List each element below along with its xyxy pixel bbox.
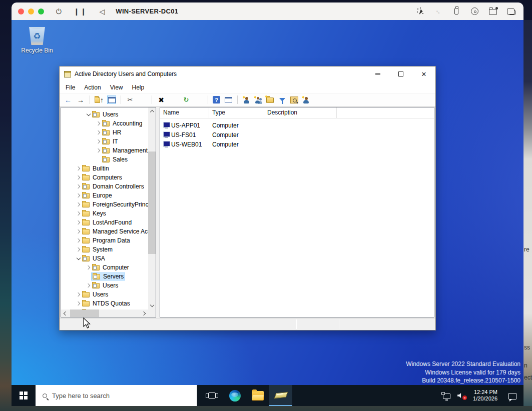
menu-view[interactable]: View	[106, 84, 128, 91]
network-icon[interactable]	[443, 394, 450, 399]
list-row-us-fs01[interactable]: US-FS01Computer	[160, 130, 434, 140]
delete-icon[interactable]: ✖	[157, 96, 166, 104]
power-icon[interactable]: ⏻	[56, 8, 62, 15]
menu-file[interactable]: File	[60, 84, 80, 91]
scroll-down-icon[interactable]	[148, 302, 156, 310]
disc-drive-icon[interactable]	[471, 8, 478, 15]
chevron-down-icon[interactable]	[75, 258, 82, 260]
zoom-window-button[interactable]	[38, 8, 44, 14]
chevron-right-icon[interactable]	[75, 293, 82, 296]
chevron-right-icon[interactable]	[95, 140, 102, 143]
send-key-icon[interactable]: ◁	[100, 8, 105, 15]
back-icon[interactable]: ←	[64, 96, 73, 104]
list-row-us-app01[interactable]: US-APP01Computer	[160, 120, 434, 130]
chevron-down-icon[interactable]	[85, 114, 92, 116]
chevron-right-icon[interactable]	[75, 212, 82, 215]
volume-muted-icon[interactable]	[457, 392, 466, 399]
aduc-taskbar-button[interactable]	[269, 385, 292, 406]
column-header-type[interactable]: Type	[209, 108, 264, 118]
tree-item-builtin[interactable]: Builtin	[61, 164, 148, 173]
minimize-button[interactable]	[366, 66, 389, 82]
tree-item-computers[interactable]: Computers	[61, 173, 148, 182]
properties-icon[interactable]	[169, 96, 178, 104]
tree-item-users[interactable]: Users	[61, 110, 148, 119]
capture-cursor-icon[interactable]	[417, 8, 425, 16]
menu-action[interactable]: Action	[80, 84, 105, 91]
desktop-icon-recycle-bin[interactable]: ♻ Recycle Bin	[16, 25, 59, 54]
usb-devices-icon[interactable]	[454, 8, 458, 14]
tree-vertical-scrollbar[interactable]	[148, 108, 156, 310]
chevron-right-icon[interactable]	[75, 302, 82, 305]
chevron-right-icon[interactable]	[85, 266, 92, 269]
tree-item-foreignsecurityprinci[interactable]: ForeignSecurityPrinci	[61, 200, 148, 209]
chevron-right-icon[interactable]	[95, 149, 102, 152]
vertical-scroll-thumb[interactable]	[148, 152, 156, 254]
tree-item-accounting[interactable]: Accounting	[61, 119, 148, 128]
tree-item-lostandfound[interactable]: LostAndFound	[61, 218, 148, 227]
tree-item-management[interactable]: Management	[61, 146, 148, 155]
chevron-right-icon[interactable]	[95, 122, 102, 125]
tree-item-ntds-quotas[interactable]: NTDS Quotas	[61, 299, 148, 308]
new-group-icon[interactable]	[254, 96, 262, 104]
start-button[interactable]	[12, 385, 36, 406]
chevron-right-icon[interactable]	[75, 239, 82, 242]
chevron-right-icon[interactable]	[85, 284, 92, 287]
scroll-left-icon[interactable]	[61, 310, 69, 317]
up-one-level-icon[interactable]: ↑	[95, 96, 104, 104]
list-row-us-web01[interactable]: US-WEB01Computer	[160, 140, 434, 149]
maximize-button[interactable]	[389, 66, 412, 82]
cut-icon[interactable]: ✂	[126, 96, 135, 104]
show-console-tree-icon[interactable]	[107, 96, 116, 104]
tree-item-computer[interactable]: Computer	[61, 263, 148, 272]
chevron-right-icon[interactable]	[75, 176, 82, 179]
task-view-button[interactable]	[200, 385, 223, 406]
tree-item-usa[interactable]: USA	[61, 254, 148, 263]
console-window-icon[interactable]	[224, 96, 233, 104]
help-icon[interactable]: ?	[213, 96, 220, 104]
tree-item-hr[interactable]: HR	[61, 128, 148, 137]
chevron-right-icon[interactable]	[75, 230, 82, 233]
tree-item-managed-service-acc[interactable]: Managed Service Acc	[61, 227, 148, 236]
aduc-titlebar[interactable]: Active Directory Users and Computers ✕	[60, 66, 435, 82]
chevron-right-icon[interactable]	[95, 131, 102, 134]
forward-icon[interactable]: →	[76, 96, 85, 104]
paste-icon[interactable]	[138, 96, 147, 104]
new-user-icon[interactable]	[242, 96, 250, 104]
chevron-right-icon[interactable]	[75, 203, 82, 206]
display-windows-icon[interactable]	[509, 10, 515, 15]
shared-folder-icon[interactable]	[489, 9, 497, 15]
scroll-right-icon[interactable]	[141, 310, 148, 317]
tree-item-sales[interactable]: Sales	[61, 155, 148, 164]
tree-item-users[interactable]: Users	[61, 281, 148, 290]
minimize-window-button[interactable]	[28, 8, 34, 14]
chevron-right-icon[interactable]	[75, 185, 82, 188]
chevron-right-icon[interactable]	[75, 221, 82, 224]
scroll-up-icon[interactable]	[148, 108, 156, 115]
new-ou-icon[interactable]	[265, 96, 274, 104]
taskbar-clock[interactable]: 12:24 PM 1/20/2026	[473, 389, 497, 402]
tree-item-servers[interactable]: Servers	[61, 272, 148, 281]
tree-item-europe[interactable]: Europe	[61, 191, 148, 200]
tree-item-users[interactable]: Users	[61, 290, 148, 299]
file-explorer-button[interactable]	[246, 385, 269, 406]
tree-item-domain-controllers[interactable]: Domain Controllers	[61, 182, 148, 191]
tree-item-program-data[interactable]: Program Data	[61, 236, 148, 245]
close-button[interactable]: ✕	[412, 66, 435, 82]
horizontal-scroll-thumb[interactable]	[70, 310, 99, 317]
add-to-group-icon[interactable]	[302, 96, 310, 104]
filter-icon[interactable]	[278, 96, 287, 104]
menu-help[interactable]: Help	[128, 84, 149, 91]
chevron-right-icon[interactable]	[75, 167, 82, 170]
close-window-button[interactable]	[18, 8, 24, 14]
column-header-description[interactable]: Description	[264, 108, 337, 118]
tree-item-it[interactable]: IT	[61, 137, 148, 146]
action-center-icon[interactable]	[508, 393, 516, 400]
find-icon[interactable]	[290, 96, 298, 104]
tree-item-system[interactable]: System	[61, 245, 148, 254]
tree-horizontal-scrollbar[interactable]	[61, 310, 148, 317]
tree-item-keys[interactable]: Keys	[61, 209, 148, 218]
taskbar-search[interactable]: Type here to search	[36, 385, 197, 406]
pause-icon[interactable]: ❙❙	[74, 8, 87, 15]
export-list-icon[interactable]	[194, 96, 203, 104]
edge-button[interactable]	[223, 385, 246, 406]
